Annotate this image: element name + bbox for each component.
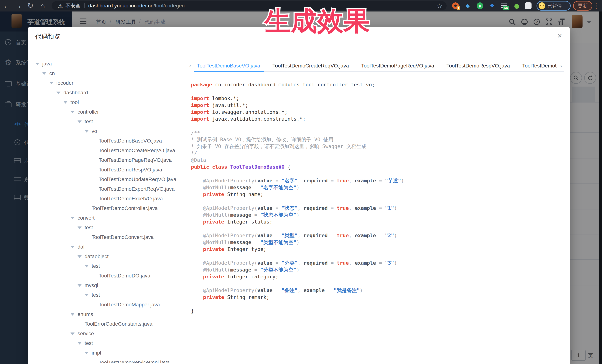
hero-title-text: 生成效果: [264, 6, 370, 36]
file-tab-3[interactable]: ToolTestDemoPageReqVO.java: [361, 61, 434, 71]
tree-expand-caret-icon[interactable]: [77, 120, 85, 123]
tree-item-label: ToolTestDemoController.java: [92, 205, 158, 211]
tree-file-item[interactable]: ToolTestDemoPageReqVO.java: [35, 155, 193, 165]
tree-file-item[interactable]: ToolTestDemoDO.java: [35, 271, 193, 281]
tree-expand-caret-icon[interactable]: [64, 101, 70, 104]
profile-emoji-avatar: [538, 2, 545, 9]
tree-file-item[interactable]: ToolTestDemoCreateReqVO.java: [35, 146, 193, 155]
tree-item-label: enums: [77, 311, 93, 317]
dialog-title: 代码预览: [35, 32, 60, 41]
tree-file-item[interactable]: ToolTestDemoExcelVO.java: [35, 194, 193, 204]
tree-folder-item[interactable]: test: [35, 338, 193, 348]
tree-folder-item[interactable]: vo: [35, 126, 193, 136]
tree-folder-item[interactable]: test: [35, 223, 193, 232]
browser-reload-icon[interactable]: ↻: [25, 0, 36, 11]
tree-expand-caret-icon[interactable]: [77, 255, 85, 258]
file-tab-4[interactable]: ToolTestDemoRespVO.java: [446, 61, 510, 71]
browser-home-icon[interactable]: ⌂: [37, 0, 48, 11]
tree-item-label: controller: [77, 109, 99, 115]
extension-plant-icon[interactable]: [513, 2, 520, 9]
profile-paused-chip[interactable]: 已暂停: [537, 1, 571, 10]
tree-folder-item[interactable]: java: [35, 59, 193, 69]
tree-file-item[interactable]: ToolTestDemoMapper.java: [35, 300, 193, 310]
code-line: /**: [191, 129, 564, 136]
tree-folder-item[interactable]: test: [35, 261, 193, 271]
tree-expand-caret-icon[interactable]: [70, 217, 77, 219]
tree-file-item[interactable]: ToolTestDemoServiceImpl.java: [35, 358, 193, 363]
tree-folder-item[interactable]: cn: [35, 69, 193, 78]
dialog-close-icon[interactable]: ×: [558, 32, 562, 40]
tree-folder-item[interactable]: test: [35, 290, 193, 300]
tree-item-label: vo: [92, 128, 97, 134]
tree-folder-item[interactable]: enums: [35, 310, 193, 319]
paused-label: 已暂停: [548, 3, 562, 9]
tree-expand-caret-icon[interactable]: [77, 284, 85, 287]
tree-expand-caret-icon[interactable]: [85, 265, 92, 267]
code-line: [191, 280, 564, 287]
tree-expand-caret-icon[interactable]: [70, 246, 77, 248]
browser-back-icon[interactable]: ←: [1, 0, 12, 11]
tree-file-item[interactable]: ToolTestDemoRespVO.java: [35, 165, 193, 175]
url-domain: dashboard.yudao.iocoder.cn: [88, 3, 154, 9]
tree-folder-item[interactable]: dal: [35, 242, 193, 252]
browser-update-button[interactable]: 更新: [573, 1, 592, 10]
code-line: @Data: [191, 156, 564, 164]
tree-folder-item[interactable]: controller: [35, 107, 193, 117]
address-bar[interactable]: ⚠ 不安全 dashboard.yudao.iocoder.cn /tool/c…: [52, 1, 447, 10]
bookmark-star-icon[interactable]: ☆: [437, 1, 442, 10]
file-tab-2[interactable]: ToolTestDemoCreateReqVO.java: [272, 61, 349, 71]
tree-expand-caret-icon[interactable]: [85, 130, 92, 133]
code-line: private Integer status;: [191, 218, 564, 225]
tree-file-item[interactable]: ToolTestDemoExportReqVO.java: [35, 184, 193, 194]
extension-diamond-icon[interactable]: ❖: [489, 2, 495, 9]
file-tab-5[interactable]: ToolTestDemoUpdateReqVO.java: [522, 61, 557, 71]
tree-folder-item[interactable]: iocoder: [35, 78, 193, 88]
tree-folder-item[interactable]: dashboard: [35, 88, 193, 97]
tree-expand-caret-icon[interactable]: [49, 82, 56, 84]
tree-expand-caret-icon[interactable]: [85, 294, 92, 296]
extension-icon[interactable]: 1: [452, 2, 459, 9]
file-tab-1[interactable]: ToolTestDemoBaseVO.java: [197, 61, 260, 71]
tree-expand-caret-icon[interactable]: [70, 111, 77, 113]
tree-file-item[interactable]: ToolTestDemoBaseVO.java: [35, 136, 193, 146]
tree-file-item[interactable]: ToolTestDemoUpdateReqVO.java: [35, 175, 193, 184]
tree-item-label: ToolTestDemoPageReqVO.java: [99, 157, 172, 163]
tree-expand-caret-icon[interactable]: [77, 342, 85, 344]
extension-gem-icon[interactable]: ◆: [464, 2, 471, 9]
browser-menu-icon[interactable]: ⋮: [593, 1, 600, 10]
tree-item-label: dashboard: [64, 90, 88, 96]
tree-file-item[interactable]: ToolTestDemoConvert.java: [35, 232, 193, 242]
tree-expand-caret-icon[interactable]: [56, 92, 64, 94]
tree-folder-item[interactable]: dataobject: [35, 252, 193, 261]
tree-expand-caret-icon[interactable]: [35, 63, 42, 65]
tree-folder-item[interactable]: impl: [35, 348, 193, 358]
tree-expand-caret-icon[interactable]: [70, 313, 77, 316]
code-line: private String name;: [191, 191, 564, 198]
tree-folder-item[interactable]: service: [35, 329, 193, 338]
tree-expand-caret-icon[interactable]: [77, 227, 85, 229]
tree-file-item[interactable]: ToolTestDemoController.java: [35, 204, 193, 213]
tree-folder-item[interactable]: tool: [35, 97, 193, 107]
tree-item-label: mysql: [85, 282, 98, 288]
tree-item-label: test: [92, 292, 100, 298]
not-secure-warning-icon[interactable]: ⚠: [58, 3, 63, 9]
browser-scrollbar[interactable]: [599, 11, 602, 364]
tree-folder-item[interactable]: mysql: [35, 281, 193, 290]
extension-count-badge: 1: [457, 6, 460, 10]
tree-item-label: ToolTestDemoUpdateReqVO.java: [99, 177, 176, 182]
tabs-prev-arrow-icon[interactable]: ‹: [189, 62, 191, 69]
tree-expand-caret-icon[interactable]: [70, 333, 77, 335]
tree-file-item[interactable]: ToolErrorCodeConstants.java: [35, 319, 193, 329]
url-divider: [84, 3, 85, 8]
code-line: import lombok.*;: [191, 95, 564, 102]
extension-green-icon[interactable]: y: [477, 2, 483, 9]
tree-expand-caret-icon[interactable]: [42, 72, 49, 75]
tree-folder-item[interactable]: convert: [35, 213, 193, 223]
extension-list-icon[interactable]: on: [501, 2, 507, 9]
tree-expand-caret-icon[interactable]: [85, 352, 92, 354]
tree-item-label: ToolTestDemoExportReqVO.java: [99, 186, 174, 192]
browser-forward-icon[interactable]: →: [13, 0, 23, 11]
tree-folder-item[interactable]: test: [35, 117, 193, 126]
tabs-next-arrow-icon[interactable]: ›: [560, 62, 562, 69]
extensions-puzzle-icon[interactable]: [525, 2, 532, 9]
